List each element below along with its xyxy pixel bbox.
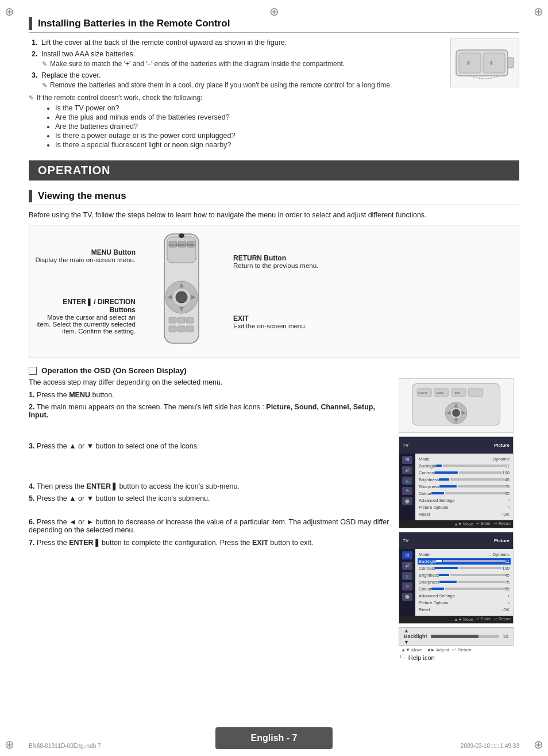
icon-input: ⬤: [402, 497, 412, 505]
step-2-note-text: Make sure to match the '+' and '–' ends …: [50, 60, 345, 68]
osd-access-note: The access step may differ depending on …: [29, 378, 389, 386]
menu2-row-contrast: Contrast 100: [418, 565, 511, 571]
move-label: ▲▼ Move: [454, 522, 473, 526]
viewing-title: Viewing the menus: [38, 190, 126, 202]
osd-content: The access step may differ depending on …: [29, 378, 519, 661]
sharpness-value: 75: [505, 484, 510, 489]
footer-date: 2009-03-10 □□ 1:49:33: [461, 743, 519, 749]
colour-bar: [431, 491, 505, 496]
osd-steps: The access step may differ depending on …: [29, 378, 389, 551]
sharpness-bar-fill: [439, 485, 457, 488]
backlight-bar-bg: [443, 465, 504, 467]
tv-label: TV: [403, 443, 408, 448]
batteries-text: 1. Lift the cover at the back of the rem…: [29, 39, 439, 150]
svg-rect-26: [186, 326, 194, 332]
bullet-1: Is the TV power on?: [55, 104, 235, 112]
bullet-2: Are the plus and minus ends of the batte…: [55, 113, 235, 121]
menu-row-advanced: Advanced Settings ›: [418, 497, 511, 504]
icon-sound-2: 🔊: [402, 562, 412, 570]
menu2-reset: Reset : OK: [418, 607, 511, 613]
return-label: ↩ Return: [494, 521, 511, 526]
svg-point-42: [452, 409, 460, 417]
menu2-row-colour: Colour 55: [418, 586, 511, 592]
backlight-label: Backlight: [419, 463, 436, 469]
backlight-adjustment-bar: ▲Backlight▼ 10: [399, 627, 514, 646]
step-2-num: 2.: [32, 50, 37, 58]
osd-step-4-suffix: button to access the icon's sub-menu.: [117, 482, 240, 490]
tv-menu-sidebar: 🖼 🔊 📺 ⚙ ⬤: [399, 454, 415, 520]
osd-step-1-bold: MENU: [69, 391, 90, 399]
menu-row-contrast: Contrast 100: [418, 470, 511, 476]
reset-label: Reset: [419, 512, 430, 517]
adj-return: ↩ Return: [452, 647, 471, 653]
tv-top-bar: TV Picture: [399, 437, 513, 454]
colour-value: 55: [505, 491, 510, 496]
osd-step-5-text: Press the ▲ or ▼ button to select the ic…: [37, 494, 210, 502]
osd-step-4-bold: ENTER❚: [87, 482, 117, 490]
osd-step-3-label: 3.: [29, 442, 34, 450]
osd-step-1-suffix: button.: [90, 391, 114, 399]
help-icon-text: Help icon: [408, 654, 435, 661]
tv-menu-area: 🖼 🔊 📺 ⚙ ⬤ Mode : Dynamic: [399, 454, 513, 520]
brightness-label: Brightness: [419, 477, 439, 482]
osd-step-1-text: Press the: [37, 391, 69, 399]
sharpness-label: Sharpness: [419, 484, 439, 489]
main-note-text: If the remote control doesn't work, chec…: [37, 94, 202, 102]
contrast-label: Contrast: [419, 470, 435, 475]
menu-button-desc: Display the main on-screen menu.: [36, 256, 136, 263]
tv-menu-content-2: Mode : Dynamic Backlight 11: [415, 549, 513, 616]
viewing-bar: [29, 190, 32, 202]
osd-right-col: CH LIST MENU HDMI: [399, 378, 519, 661]
menu-row-mode: Mode : Dynamic: [418, 456, 511, 462]
remote-diagram: MENU Button Display the main on-screen m…: [29, 225, 519, 358]
help-icon-label: └─ Help icon: [399, 654, 519, 661]
sharpness-bar: [439, 484, 505, 489]
backlight-nav-labels: ▲▼ Move ◄► Adjust ↩ Return: [399, 647, 519, 653]
osd-step-4: 4. Then press the ENTER❚ button to acces…: [29, 482, 389, 490]
advanced-label: Advanced Settings: [419, 498, 455, 503]
bullet-4: Is there a power outage or is the power …: [55, 132, 235, 140]
viewing-intro: Before using the TV, follow the steps be…: [29, 211, 519, 219]
diagram-right-labels: RETURN Button Return to the previous men…: [222, 231, 513, 352]
osd-step-4-label: 4.: [29, 482, 34, 490]
return-button-desc: Return to the previous menu.: [233, 262, 318, 269]
page-container: ⊕ ⊕ ⊕ ⊕ ⊕ ⊕ Installing Batteries in the …: [0, 0, 548, 756]
sharpness-bar-bg: [458, 485, 505, 488]
osd-step-6-text: Press the ◄ or ► button to decrease or i…: [29, 518, 389, 534]
mode-label: Mode: [419, 456, 430, 462]
crosshair-top-right: ⊕: [534, 5, 543, 18]
osd-step-6-label: 6.: [29, 518, 34, 526]
batteries-header: Installing Batteries in the Remote Contr…: [29, 17, 519, 33]
osd-step-1-label: 1.: [29, 391, 34, 399]
menu2-options: Picture Options ›: [418, 600, 511, 606]
menu-row-reset: Reset : OK: [418, 511, 511, 517]
svg-text:+: +: [489, 58, 493, 67]
return-button-title: RETURN Button: [233, 254, 286, 262]
trouble-list: Is the TV power on? Are the plus and min…: [55, 104, 235, 149]
tv-top-bar-2: TV Picture: [399, 532, 513, 549]
svg-text:CH LIST: CH LIST: [418, 392, 428, 394]
batteries-section: Installing Batteries in the Remote Contr…: [29, 17, 519, 150]
enter-label: ↵ Enter: [476, 521, 491, 526]
battery-image: + +: [450, 39, 519, 87]
osd-step-2: 2. The main menu appears on the screen. …: [29, 403, 389, 419]
svg-text:MENU: MENU: [178, 244, 186, 247]
menu-row-brightness: Brightness 45: [418, 477, 511, 483]
osd-step-5: 5. Press the ▲ or ▼ button to select the…: [29, 494, 389, 502]
svg-point-20: [176, 291, 187, 303]
svg-rect-23: [186, 317, 194, 323]
menu2-row-brightness: Brightness 45: [418, 572, 511, 578]
adj-move: ▲▼ Move: [401, 647, 423, 653]
tv-menu-sidebar-2: 🖼 🔊 📺 ⚙ ⬤: [399, 549, 415, 616]
tv-screenshot-1: TV Picture 🖼 🔊 📺 ⚙ ⬤ Mo: [399, 436, 514, 528]
svg-rect-7: [167, 237, 196, 263]
tv-menu-area-2: 🖼 🔊 📺 ⚙ ⬤ Mode : Dynamic: [399, 549, 513, 616]
exit-button-title: EXIT: [233, 314, 249, 323]
icon-channel: 📺: [402, 477, 412, 485]
osd-step-6: 6. Press the ◄ or ► button to decrease o…: [29, 518, 389, 534]
backlight-adj-track: [431, 635, 499, 638]
step-3-text: Replace the cover.: [41, 71, 101, 79]
menu2-row-backlight-hl: Backlight 11: [418, 558, 511, 565]
menu2-row-sharpness: Sharpness 75: [418, 579, 511, 585]
svg-rect-1: [508, 57, 514, 68]
